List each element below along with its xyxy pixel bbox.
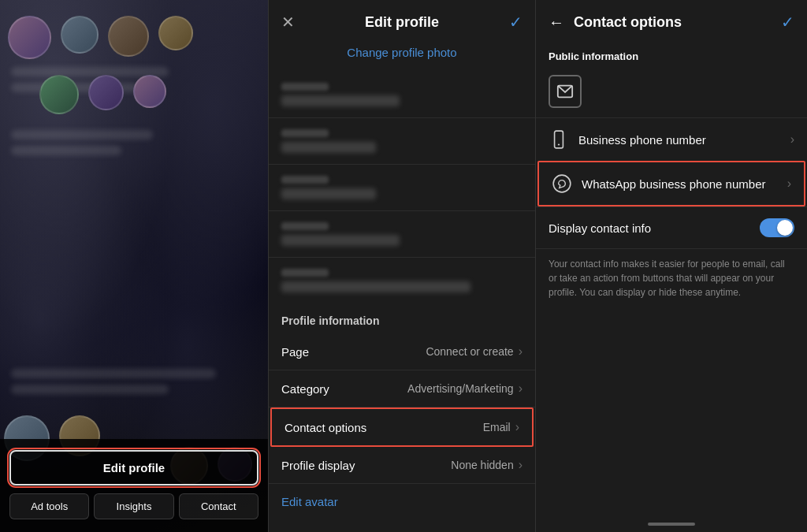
email-icon-row [536, 69, 807, 117]
personal-info-link[interactable]: Personal information settings [269, 519, 535, 532]
email-icon-box [549, 75, 582, 108]
avatar [8, 16, 51, 59]
blurred-line [11, 369, 216, 378]
whatsapp-icon [552, 173, 572, 194]
username-field [269, 118, 535, 165]
blurred-line [11, 130, 153, 140]
pronouns-field [269, 165, 535, 211]
business-phone-chevron: › [790, 132, 794, 147]
page-value: Connect or create [426, 345, 513, 358]
page-row[interactable]: Page Connect or create › [269, 333, 535, 370]
profile-display-chevron: › [519, 458, 523, 472]
public-info-section: Public information [536, 41, 807, 69]
category-value: Advertising/Marketing [407, 382, 514, 395]
profile-display-value: None hidden [451, 459, 513, 471]
mid-header-title: Edit profile [303, 14, 500, 31]
bio-field [269, 258, 535, 303]
pronouns-value [281, 188, 376, 199]
back-icon[interactable]: ← [549, 13, 564, 32]
right-header-title: Contact options [574, 14, 781, 31]
category-chevron: › [519, 381, 523, 396]
edit-avatar-link[interactable]: Edit avatar [269, 484, 535, 519]
display-contact-row: Display contact info [536, 206, 807, 248]
contact-options-value-group: Email › [483, 420, 519, 434]
avatar [61, 16, 99, 54]
bio-label [281, 269, 329, 277]
name-label [281, 83, 329, 91]
category-row[interactable]: Category Advertising/Marketing › [269, 370, 535, 407]
profile-info-section: Profile information [269, 303, 535, 333]
website-field [269, 211, 535, 258]
avatar [158, 16, 193, 50]
website-value [281, 235, 400, 246]
username-value [281, 142, 376, 153]
email-icon [556, 83, 574, 100]
mid-avatar-row [39, 75, 166, 114]
profile-display-label: Profile display [281, 459, 355, 472]
avatar [108, 16, 149, 57]
avatar [88, 75, 124, 110]
pronouns-label [281, 176, 329, 184]
profile-display-value-group: None hidden › [451, 458, 523, 472]
website-label [281, 222, 329, 230]
category-value-group: Advertising/Marketing › [407, 381, 523, 396]
ad-tools-button[interactable]: Ad tools [9, 493, 89, 519]
whatsapp-row[interactable]: WhatsApp business phone number › [537, 161, 805, 206]
contact-button[interactable]: Contact [179, 493, 258, 519]
confirm-icon[interactable]: ✓ [500, 13, 523, 32]
close-icon[interactable]: ✕ [281, 13, 303, 32]
page-label: Page [281, 345, 309, 359]
svg-point-3 [553, 175, 571, 192]
business-phone-label: Business phone number [578, 133, 706, 147]
page-chevron: › [519, 344, 523, 359]
right-scroll-indicator [648, 523, 695, 526]
whatsapp-label: WhatsApp business phone number [582, 177, 765, 191]
contact-info-description: Your contact info makes it easier for pe… [536, 248, 807, 312]
insights-button[interactable]: Insights [94, 493, 173, 519]
right-confirm-icon[interactable]: ✓ [781, 13, 794, 32]
contact-options-label: Contact options [284, 421, 366, 434]
profile-display-row[interactable]: Profile display None hidden › [269, 447, 535, 484]
business-phone-left: Business phone number [549, 129, 706, 150]
business-phone-row[interactable]: Business phone number › [536, 117, 807, 161]
toggle-knob [777, 220, 793, 236]
left-bottom-ui: Edit profile Ad tools Insights Contact [0, 439, 268, 532]
display-contact-toggle[interactable] [760, 218, 794, 237]
whatsapp-chevron: › [787, 177, 791, 191]
name-value [281, 95, 400, 106]
contact-options-row[interactable]: Contact options Email › [270, 407, 534, 447]
action-buttons: Ad tools Insights Contact [9, 493, 258, 519]
mid-header: ✕ Edit profile ✓ [269, 0, 535, 41]
display-contact-label: Display contact info [549, 221, 651, 235]
blurred-line [11, 146, 121, 155]
right-panel: ← Contact options ✓ Public information B… [536, 0, 807, 532]
avatar [39, 75, 79, 114]
contact-options-chevron: › [515, 420, 519, 434]
edit-profile-button[interactable]: Edit profile [9, 450, 258, 485]
svg-rect-1 [555, 131, 563, 148]
contact-options-value: Email [483, 421, 511, 433]
top-avatar-row [8, 16, 193, 59]
username-label [281, 129, 329, 137]
category-label: Category [281, 382, 329, 396]
avatar [133, 75, 166, 108]
name-field [269, 72, 535, 118]
bio-value [281, 281, 470, 292]
left-panel: Edit profile Ad tools Insights Contact [0, 0, 268, 532]
mid-panel: ✕ Edit profile ✓ Change profile photo Pr… [268, 0, 536, 532]
phone-icon [549, 129, 569, 150]
blurred-line [11, 385, 169, 394]
right-header: ← Contact options ✓ [536, 0, 807, 41]
page-value-group: Connect or create › [426, 344, 523, 359]
whatsapp-left: WhatsApp business phone number [552, 173, 765, 194]
change-photo-link[interactable]: Change profile photo [269, 41, 535, 72]
